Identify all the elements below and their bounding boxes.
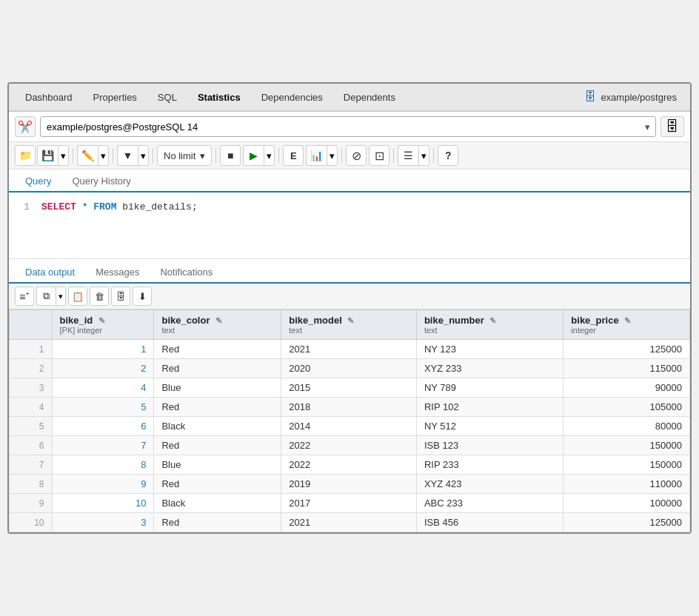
cell-bike-price: 150000: [563, 455, 690, 475]
chart-split-button: 📊 ▾: [306, 145, 338, 166]
scratch-button[interactable]: ⊘: [346, 145, 367, 166]
explain-button[interactable]: E: [283, 145, 304, 166]
col-bike-model: bike_model ✎ text: [281, 310, 417, 340]
delete-button[interactable]: 🗑: [90, 287, 109, 306]
line-number: 1: [18, 200, 30, 215]
filter-button[interactable]: ▼: [117, 145, 138, 166]
cell-bike-number: NY 789: [416, 378, 563, 398]
open-file-button[interactable]: 📁: [15, 145, 36, 166]
list-arrow-icon: ▾: [421, 150, 427, 161]
add-row-button[interactable]: ≡+: [15, 287, 34, 306]
filter-dropdown-button[interactable]: ▾: [138, 145, 149, 166]
col-bike-price: bike_price ✎ integer: [563, 310, 690, 340]
col-edit-icon-2[interactable]: ✎: [347, 316, 354, 325]
cell-bike-number: ISB 456: [416, 513, 563, 532]
copy-icon: ⧉: [43, 290, 50, 302]
sql-table: bike_details;: [122, 201, 197, 212]
stop-button[interactable]: ■: [220, 145, 241, 166]
save-dropdown-button[interactable]: ▾: [58, 145, 69, 166]
col-edit-icon-0[interactable]: ✎: [98, 316, 105, 325]
table-header-row: bike_id ✎ [PK] integer bike_color ✎ text…: [10, 310, 690, 340]
macro-icon: ⊡: [375, 149, 384, 163]
cell-bike-model: 2021: [281, 513, 417, 532]
paste-icon: 📋: [72, 291, 84, 302]
cell-bike-price: 100000: [563, 494, 690, 513]
copy-button[interactable]: ⧉: [36, 287, 56, 306]
save-data-button[interactable]: 🗄: [111, 287, 130, 306]
table-row: 1 1 Red 2021 NY 123 125000: [10, 340, 690, 359]
macro-button[interactable]: ⊡: [369, 145, 389, 166]
cell-bike-number: NY 123: [416, 340, 563, 359]
cell-rownum: 10: [10, 513, 53, 532]
copy-arrow-icon: ▾: [58, 292, 63, 301]
save-data-icon: 🗄: [116, 291, 126, 302]
tab-query-history[interactable]: Query History: [61, 171, 141, 192]
plugin-button[interactable]: ✂️: [15, 116, 36, 137]
sql-editor[interactable]: 1 SELECT * FROM bike_details;: [9, 192, 690, 259]
tab-dependencies[interactable]: Dependencies: [251, 84, 333, 110]
cell-bike-color: Red: [154, 359, 281, 378]
paste-button[interactable]: 📋: [68, 287, 87, 306]
connection-info: 🗄 example/postgres: [577, 84, 684, 110]
run-button[interactable]: ▶: [243, 145, 264, 166]
help-button[interactable]: ?: [438, 145, 458, 166]
data-table-wrap: bike_id ✎ [PK] integer bike_color ✎ text…: [9, 309, 690, 532]
edit-icon: ✏️: [81, 150, 94, 161]
download-button[interactable]: ⬇: [133, 287, 152, 306]
tab-query[interactable]: Query: [15, 171, 61, 192]
db-connect-button[interactable]: 🗄: [660, 116, 684, 137]
list-dropdown-button[interactable]: ▾: [418, 145, 429, 166]
cell-bike-price: 80000: [563, 417, 690, 436]
col-edit-icon-3[interactable]: ✎: [489, 316, 496, 325]
col-edit-icon-4[interactable]: ✎: [624, 316, 631, 325]
save-split-button: 💾 ▾: [37, 145, 69, 166]
cell-bike-model: 2014: [281, 417, 417, 436]
chart-button[interactable]: 📊: [306, 145, 327, 166]
tab-properties[interactable]: Properties: [83, 84, 147, 110]
save-button[interactable]: 💾: [37, 145, 58, 166]
cell-bike-color: Red: [154, 475, 281, 494]
list-icon: ☰: [404, 150, 413, 161]
tab-messages[interactable]: Messages: [85, 262, 150, 284]
tab-statistics[interactable]: Statistics: [187, 84, 251, 110]
plugin-icon: ✂️: [18, 120, 33, 134]
list-button[interactable]: ☰: [398, 145, 418, 166]
table-row: 3 4 Blue 2015 NY 789 90000: [10, 378, 690, 398]
run-dropdown-button[interactable]: ▾: [264, 145, 275, 166]
run-split-button: ▶ ▾: [243, 145, 275, 166]
cell-bike-color: Red: [154, 513, 281, 532]
tab-data-output[interactable]: Data output: [15, 262, 85, 284]
tab-sql[interactable]: SQL: [147, 84, 187, 110]
scratch-icon: ⊘: [352, 149, 361, 163]
output-toolbar: ≡+ ⧉ ▾ 📋 🗑 🗄 ⬇: [9, 284, 690, 309]
run-arrow-icon: ▾: [267, 150, 272, 161]
cell-bike-color: Red: [154, 340, 281, 359]
edit-dropdown-button[interactable]: ▾: [98, 145, 109, 166]
add-row-icon: ≡+: [19, 290, 29, 303]
cell-bike-id: 3: [52, 513, 154, 532]
tab-notifications[interactable]: Notifications: [150, 262, 223, 284]
tab-dependents[interactable]: Dependents: [333, 84, 406, 110]
copy-split-button: ⧉ ▾: [36, 287, 66, 306]
stop-icon: ■: [227, 150, 233, 161]
download-icon: ⬇: [138, 291, 147, 302]
cell-bike-number: RIP 233: [416, 455, 563, 475]
cell-bike-price: 105000: [563, 398, 690, 417]
edit-button[interactable]: ✏️: [77, 145, 98, 166]
limit-dropdown[interactable]: No limit ▾: [157, 145, 212, 166]
col-edit-icon-1[interactable]: ✎: [215, 316, 222, 325]
cell-bike-model: 2020: [281, 359, 417, 378]
table-row: 4 5 Red 2018 RIP 102 105000: [10, 398, 690, 417]
tab-dashboard[interactable]: Dashboard: [15, 84, 83, 110]
connection-label: example/postgres: [601, 92, 677, 103]
cell-bike-price: 115000: [563, 359, 690, 378]
copy-dropdown-button[interactable]: ▾: [56, 287, 66, 306]
chart-dropdown-button[interactable]: ▾: [327, 145, 338, 166]
edit-arrow-icon: ▾: [101, 150, 106, 161]
connection-select[interactable]: example/postgres@PostgreSQL 14: [40, 116, 656, 137]
sql-code: SELECT * FROM bike_details;: [41, 200, 198, 215]
cell-bike-model: 2021: [281, 340, 417, 359]
chart-icon: 📊: [310, 150, 323, 161]
cell-bike-id: 8: [52, 455, 154, 475]
cell-bike-price: 125000: [563, 513, 690, 532]
